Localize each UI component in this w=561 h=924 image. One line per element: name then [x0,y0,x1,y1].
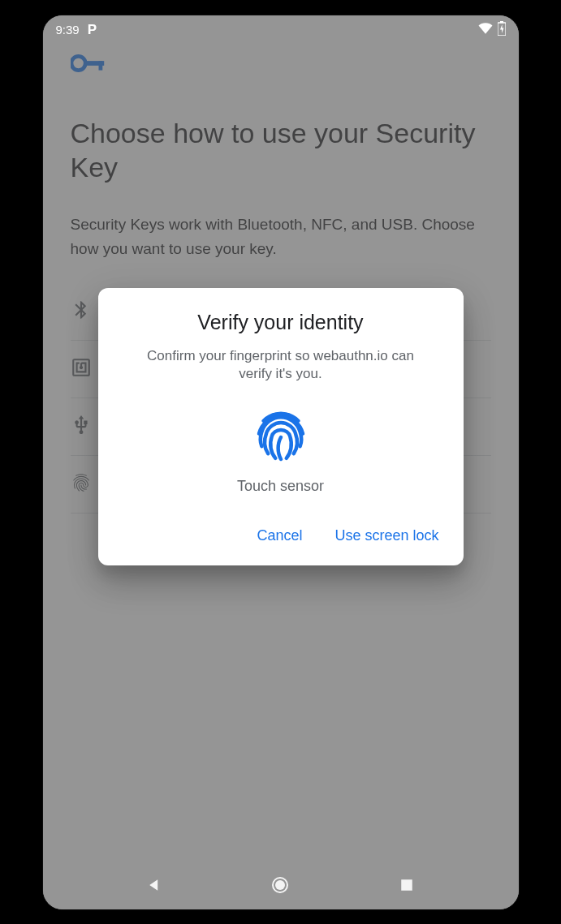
status-bar: 9:39 P [43,15,519,45]
svg-rect-4 [500,21,503,24]
svg-rect-7 [401,879,412,891]
dialog-title: Verify your identity [118,311,444,334]
dialog-message: Confirm your fingerprint so webauthn.io … [118,347,444,385]
fingerprint-icon [252,408,310,466]
p-icon: P [88,22,97,38]
navigation-bar [43,861,519,909]
dialog-actions: Cancel Use screen lock [118,522,444,549]
back-button[interactable] [145,875,164,895]
clock: 9:39 [56,23,80,37]
battery-icon [498,21,506,38]
home-button[interactable] [270,875,290,895]
verify-identity-dialog: Verify your identity Confirm your finger… [98,288,464,566]
recents-button[interactable] [397,875,416,895]
sensor-hint: Touch sensor [118,478,444,495]
svg-point-6 [275,880,285,890]
cancel-button[interactable]: Cancel [255,522,304,549]
device-frame: Choose how to use your Security Key Secu… [43,15,519,909]
use-screen-lock-button[interactable]: Use screen lock [333,522,440,549]
wifi-icon [478,23,493,37]
